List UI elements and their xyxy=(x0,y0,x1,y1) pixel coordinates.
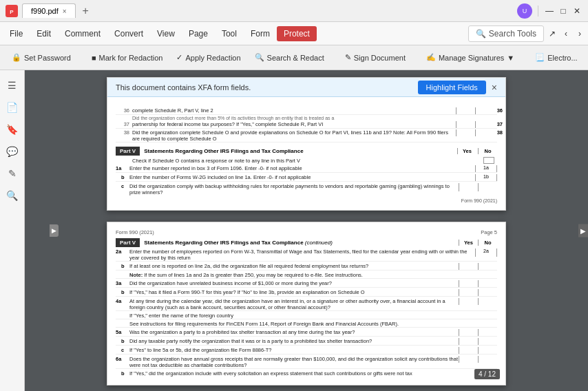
sidebar-icon-search[interactable]: 🔍 xyxy=(3,186,22,205)
menu-convert[interactable]: Convert xyxy=(107,26,150,41)
form-990-footer-1: Form 990 (2021) xyxy=(116,198,497,203)
tab-filename: f990.pdf xyxy=(31,7,59,15)
external-link-button[interactable]: ↗ xyxy=(547,28,558,39)
nav-forward-button[interactable]: › xyxy=(574,28,585,39)
row-38-boxes xyxy=(456,129,497,136)
row-number-36: 36 xyxy=(116,107,129,114)
set-password-button[interactable]: 🔒 Set Password xyxy=(6,50,77,65)
pdf-page-2: Form 990 (2021) Page 5 Part V Statements… xyxy=(107,222,506,385)
row-38-text: Did the organization complete Schedule O… xyxy=(129,129,456,142)
pdf-page-1: This document contains XFA form fields. … xyxy=(107,77,506,211)
menu-tool[interactable]: Tool xyxy=(215,26,244,41)
item-3b-yes xyxy=(459,289,478,296)
item-5a-boxes xyxy=(459,329,497,336)
page2-yes-header: Yes xyxy=(459,240,478,246)
sidebar-icon-comments[interactable]: 💬 xyxy=(3,142,22,161)
menu-edit[interactable]: Edit xyxy=(30,26,58,41)
sidebar-icon-thumbnails[interactable]: 📄 xyxy=(3,98,22,117)
form-footer-right: Page 5 xyxy=(481,229,497,235)
row-36-boxes xyxy=(456,107,497,114)
right-scroll-arrow[interactable]: ▶ xyxy=(578,224,588,237)
row-36-text: complete Schedule R, Part V, line 2 xyxy=(129,107,456,114)
schedule-o-checkbox[interactable] xyxy=(483,157,494,164)
lock-icon: 🔒 xyxy=(12,53,21,62)
item-2a-label: 2a xyxy=(116,249,127,255)
close-window-button[interactable]: ✕ xyxy=(571,6,582,17)
search-redact-button[interactable]: 🔍 Search & Redact xyxy=(249,50,330,65)
menu-protect[interactable]: Protect xyxy=(277,26,317,41)
dropdown-arrow-icon: ▼ xyxy=(507,54,514,62)
item-1b-box: 1b xyxy=(475,174,497,181)
separator xyxy=(538,6,538,17)
manage-signatures-button[interactable]: ✍ Manage Signatures ▼ xyxy=(420,50,521,65)
item-4a-label: 4a xyxy=(116,298,127,304)
row-38-yes xyxy=(456,129,476,136)
item-1a-text: Enter the number reported in box 3 of Fo… xyxy=(127,165,475,171)
item-5a-row: 5a Was the organization a party to a pro… xyxy=(116,329,497,337)
item-2b-yes xyxy=(459,263,478,270)
form-footer-left: Form 990 (2021) xyxy=(116,229,154,235)
item-5b-no xyxy=(478,338,497,345)
page2-partV-header: Part V Statements Regarding Other IRS Fi… xyxy=(116,238,497,247)
item-3b-boxes xyxy=(459,289,497,296)
item-4a-no xyxy=(478,298,497,305)
menu-page[interactable]: Page xyxy=(182,26,215,41)
collapse-button[interactable]: ▶ xyxy=(50,224,59,237)
apply-redaction-button[interactable]: ✓ Apply Redaction xyxy=(170,50,246,65)
window-controls: ↗ ‹ › xyxy=(547,28,585,39)
item-5c-boxes xyxy=(459,347,497,354)
xfa-close-button[interactable]: × xyxy=(492,82,497,93)
row-number-37: 37 xyxy=(116,121,129,127)
search-icon: 🔍 xyxy=(476,29,486,39)
new-tab-button[interactable]: + xyxy=(80,5,92,17)
electronic-button[interactable]: 📃 Electro... xyxy=(529,50,583,65)
sign-document-button[interactable]: ✎ Sign Document xyxy=(339,50,412,65)
item-3a-boxes xyxy=(459,280,497,287)
pdf-viewer[interactable]: ▶ ▶ This document contains XFA form fiel… xyxy=(25,70,588,391)
highlight-fields-button[interactable]: Highlight Fields xyxy=(418,81,486,94)
menu-comment[interactable]: Comment xyxy=(58,26,107,41)
menu-bar: File Edit Comment Convert View Page Tool… xyxy=(0,22,588,45)
electronic-label: Electro... xyxy=(547,54,577,62)
note-label: Note: xyxy=(129,272,143,278)
item-3b-text: If "Yes," has it filed a Form 990-T for … xyxy=(127,289,459,295)
item-5a-text: Was the organization a party to a prohib… xyxy=(127,329,459,335)
mark-redaction-label: Mark for Redaction xyxy=(99,54,163,62)
page-37-num: 37 xyxy=(497,121,503,127)
nav-back-button[interactable]: ‹ xyxy=(560,28,571,39)
item-4a-text: At any time during the calendar year, di… xyxy=(127,298,459,310)
search-tools-button[interactable]: 🔍 Search Tools xyxy=(468,25,544,42)
set-password-label: Set Password xyxy=(24,54,71,62)
no-header: No xyxy=(478,148,497,154)
sidebar-icon-bookmarks[interactable]: 🔖 xyxy=(3,120,22,139)
main-layout: ☰ 📄 🔖 💬 ✎ 🔍 ▶ ▶ This document contains X… xyxy=(0,70,588,391)
menu-view[interactable]: View xyxy=(150,26,182,41)
item-1a-label: 1a xyxy=(116,165,127,171)
item-5c-no xyxy=(478,347,497,354)
menu-form[interactable]: Form xyxy=(244,26,277,41)
item-1c-row: c Did the organization comply with backu… xyxy=(116,183,497,196)
maximize-button[interactable]: □ xyxy=(558,6,569,17)
minimize-button[interactable]: — xyxy=(544,6,555,17)
sidebar-icon-annotations[interactable]: ✎ xyxy=(3,164,22,183)
search-tools-label: Search Tools xyxy=(489,29,536,39)
avatar: U xyxy=(517,3,532,19)
menu-file[interactable]: File xyxy=(3,26,30,41)
title-bar: P f990.pdf × + U — □ ✕ xyxy=(0,0,588,22)
sign-icon: ✎ xyxy=(345,53,351,62)
page2-partV-title: Statements Regarding Other IRS Filings a… xyxy=(144,240,459,246)
item-2b-boxes xyxy=(459,263,497,270)
note-row: Note: If the sum of lines 1a and 2a is g… xyxy=(116,272,497,279)
pdf-tab[interactable]: f990.pdf × xyxy=(22,3,76,18)
item-1b-row: b Enter the number of Forms W-2G include… xyxy=(116,174,497,182)
yes-no-header: Yes No xyxy=(457,148,497,154)
tab-close-button[interactable]: × xyxy=(63,8,67,15)
row-37-note: Did the organization conduct more than 5… xyxy=(116,116,497,120)
sidebar-icon-menu[interactable]: ☰ xyxy=(3,76,22,95)
item-6a-text: Does the organization have annual gross … xyxy=(127,356,459,368)
item-3b-row: b If "Yes," has it filed a Form 990-T fo… xyxy=(116,289,497,297)
svg-text:P: P xyxy=(10,8,14,14)
mark-redaction-button[interactable]: ■ Mark for Redaction xyxy=(85,50,169,65)
item-3a-text: Did the organization have unrelated busi… xyxy=(127,280,459,286)
app-icon: P xyxy=(6,5,18,17)
